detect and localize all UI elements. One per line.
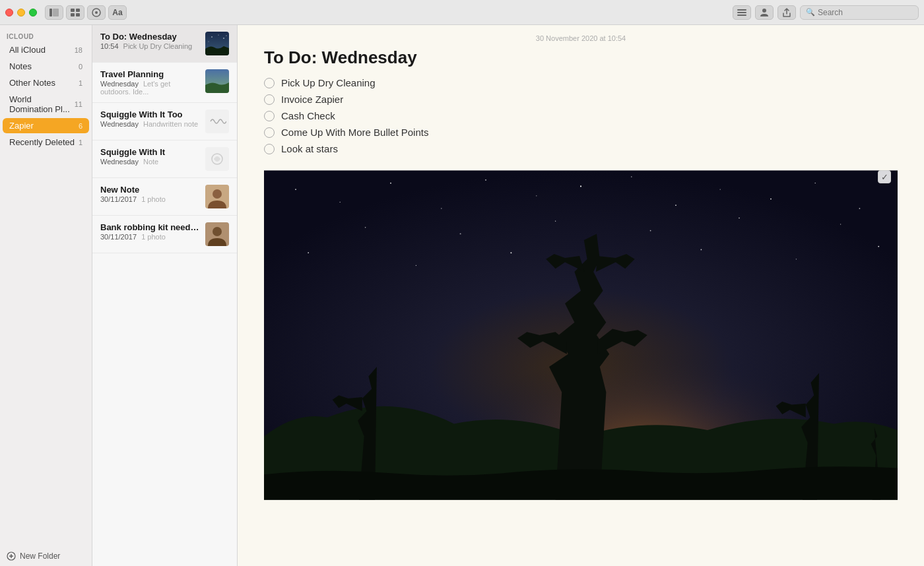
new-folder-button[interactable]: New Folder bbox=[0, 546, 92, 566]
svg-point-32 bbox=[441, 208, 442, 209]
note-item-travel[interactable]: Travel Planning Wednesday Let's get outd… bbox=[92, 63, 237, 103]
svg-point-33 bbox=[485, 179, 486, 181]
checklist-text-1: Invoice Zapier bbox=[281, 94, 343, 105]
svg-rect-8 bbox=[737, 9, 746, 11]
search-box[interactable]: 🔍 bbox=[800, 5, 919, 20]
search-input[interactable] bbox=[818, 8, 913, 17]
detail-content: To Do: Wednesday Pick Up Dry Cleaning In… bbox=[238, 47, 924, 566]
sidebar-item-zapier[interactable]: Zapier 6 bbox=[3, 118, 89, 133]
svg-point-29 bbox=[295, 189, 296, 190]
font-toggle-button[interactable]: Aa bbox=[108, 5, 127, 20]
svg-point-26 bbox=[213, 227, 222, 236]
note-thumbnail bbox=[205, 110, 229, 133]
detail-image bbox=[264, 164, 898, 507]
svg-point-18 bbox=[223, 38, 224, 39]
search-icon: 🔍 bbox=[806, 8, 815, 16]
svg-point-39 bbox=[770, 199, 772, 200]
account-button[interactable] bbox=[755, 5, 774, 20]
share-button[interactable] bbox=[777, 5, 796, 20]
sidebar-item-label: Other Notes bbox=[9, 78, 76, 88]
traffic-lights bbox=[5, 9, 37, 16]
sidebar-item-notes[interactable]: Notes 0 bbox=[3, 59, 89, 74]
attach-toggle-button[interactable] bbox=[87, 5, 106, 20]
checkbox-3[interactable] bbox=[264, 127, 275, 138]
svg-point-48 bbox=[308, 252, 309, 253]
sidebar-toggle-button[interactable] bbox=[45, 5, 63, 20]
svg-rect-10 bbox=[737, 15, 746, 16]
main-container: iCloud All iCloud 18 Notes 0 Other Notes… bbox=[0, 25, 924, 566]
note-item-meta: 30/11/2017 1 photo bbox=[100, 195, 200, 203]
note-item-date: 30/11/2017 bbox=[100, 233, 137, 241]
svg-point-54 bbox=[878, 246, 879, 247]
note-item-bank-robbing[interactable]: Bank robbing kit needed: 30/11/2017 1 ph… bbox=[92, 216, 237, 253]
sidebar-item-world-domination[interactable]: World Domination Pl... 11 bbox=[3, 92, 89, 117]
checklist-text-0: Pick Up Dry Cleaning bbox=[281, 77, 376, 88]
checklist-text-2: Cash Check bbox=[281, 110, 335, 121]
maximize-button[interactable] bbox=[29, 9, 37, 16]
note-item-preview: 1 photo bbox=[141, 233, 166, 241]
note-item-date: Wednesday bbox=[100, 158, 139, 166]
checkbox-2[interactable] bbox=[264, 111, 275, 121]
checkbox-4[interactable] bbox=[264, 144, 275, 154]
svg-rect-1 bbox=[53, 9, 59, 16]
note-thumbnail bbox=[205, 32, 229, 55]
note-item-squiggle-too[interactable]: Squiggle With It Too Wednesday Handwritt… bbox=[92, 103, 237, 141]
checkbox-0[interactable] bbox=[264, 78, 275, 88]
svg-point-38 bbox=[720, 189, 721, 190]
new-folder-icon bbox=[7, 551, 16, 561]
note-item-squiggle[interactable]: Squiggle With It Wednesday Note bbox=[92, 141, 237, 178]
note-item-title: To Do: Wednesday bbox=[100, 32, 200, 42]
sidebar-section-label: iCloud bbox=[0, 30, 92, 42]
note-item-meta: 30/11/2017 1 photo bbox=[100, 233, 200, 241]
svg-point-46 bbox=[739, 218, 740, 219]
detail-image-container: ✓ bbox=[264, 164, 898, 507]
view-options-button[interactable] bbox=[733, 5, 751, 20]
note-item-title: Bank robbing kit needed: bbox=[100, 222, 200, 232]
note-thumbnail bbox=[205, 222, 229, 246]
svg-point-30 bbox=[340, 202, 341, 203]
checklist-text-3: Come Up With More Bullet Points bbox=[281, 127, 428, 138]
minimize-button[interactable] bbox=[17, 9, 25, 16]
note-item-date: 30/11/2017 bbox=[100, 195, 137, 203]
svg-point-45 bbox=[650, 230, 651, 232]
svg-point-42 bbox=[365, 227, 366, 228]
close-button[interactable] bbox=[5, 9, 13, 16]
checkbox-1[interactable] bbox=[264, 94, 275, 105]
checklist-item-1: Invoice Zapier bbox=[264, 94, 898, 105]
sidebar-item-count: 0 bbox=[79, 63, 82, 71]
note-item-text: Bank robbing kit needed: 30/11/2017 1 ph… bbox=[100, 222, 200, 241]
note-item-todo-wed[interactable]: To Do: Wednesday 10:54 Pick Up Dry Clean… bbox=[92, 25, 237, 63]
svg-rect-5 bbox=[76, 13, 80, 16]
svg-point-11 bbox=[762, 9, 766, 13]
note-item-title: New Note bbox=[100, 185, 200, 195]
sidebar-item-label: Recently Deleted bbox=[9, 137, 76, 147]
sidebar-item-other-notes[interactable]: Other Notes 1 bbox=[3, 75, 89, 90]
svg-point-52 bbox=[701, 249, 702, 251]
svg-point-37 bbox=[675, 204, 676, 206]
note-item-new-note[interactable]: New Note 30/11/2017 1 photo bbox=[92, 178, 237, 216]
detail-pane: 30 November 2020 at 10:54 To Do: Wednesd… bbox=[238, 25, 924, 566]
checklist-item-4: Look at stars bbox=[264, 143, 898, 154]
note-thumbnail bbox=[205, 147, 229, 171]
sidebar-item-label: All iCloud bbox=[9, 45, 72, 55]
note-list: To Do: Wednesday 10:54 Pick Up Dry Clean… bbox=[92, 25, 238, 566]
sidebar-item-count: 6 bbox=[79, 122, 82, 130]
gallery-toggle-button[interactable] bbox=[66, 5, 84, 20]
note-thumbnail bbox=[205, 185, 229, 208]
checklist-item-2: Cash Check bbox=[264, 110, 898, 121]
sidebar-item-label: Zapier bbox=[9, 121, 76, 131]
svg-point-7 bbox=[95, 11, 98, 14]
note-item-meta: Wednesday Note bbox=[100, 158, 200, 166]
svg-point-49 bbox=[416, 265, 416, 266]
note-item-title: Squiggle With It bbox=[100, 147, 200, 157]
svg-point-40 bbox=[814, 183, 816, 184]
svg-point-36 bbox=[631, 176, 632, 177]
note-item-preview: Pick Up Dry Cleaning bbox=[123, 42, 193, 50]
note-item-meta: Wednesday Handwritten note bbox=[100, 120, 200, 128]
note-item-title: Squiggle With It Too bbox=[100, 110, 200, 119]
svg-point-17 bbox=[218, 34, 218, 35]
sidebar-item-all-icloud[interactable]: All iCloud 18 bbox=[3, 42, 89, 57]
sidebar-item-recently-deleted[interactable]: Recently Deleted 1 bbox=[3, 135, 89, 150]
image-checkbox[interactable]: ✓ bbox=[878, 170, 891, 183]
note-item-preview: Note bbox=[143, 158, 158, 166]
